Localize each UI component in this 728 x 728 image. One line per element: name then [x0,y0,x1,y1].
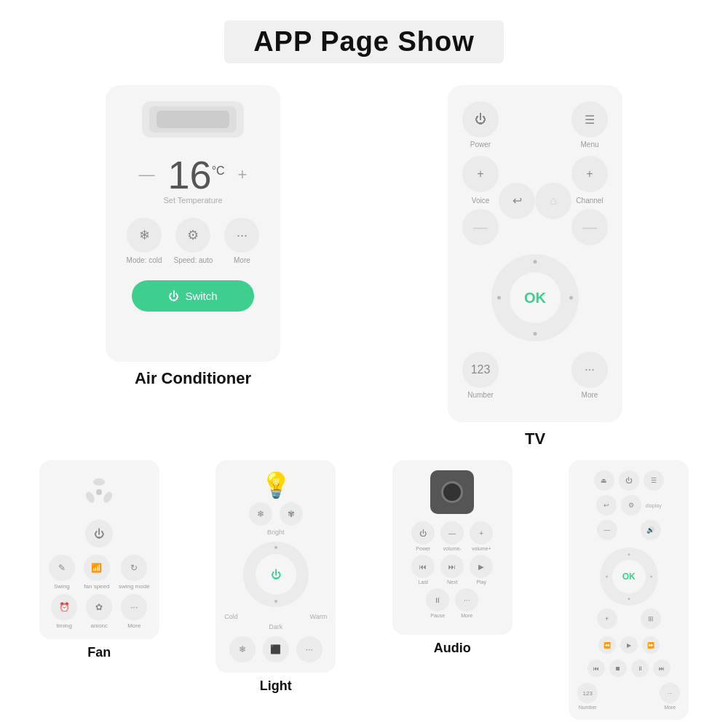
tv-dot-right [569,296,573,300]
dvd-play-btn[interactable]: ▶ [620,636,638,654]
dvd-ff-btn[interactable]: ⏩ [642,636,660,654]
tv-menu-btn[interactable]: ☰ Menu [571,101,608,149]
fan-more-btn[interactable]: ··· More [121,594,147,629]
tv-ok-dial[interactable]: OK [491,254,579,341]
dvd-more-icon: ··· [660,683,680,703]
audio-vol-minus-btn[interactable]: — volume- [440,521,464,551]
fan-section: ⏻ ✎ Swing 📶 fan speed ↻ swing mode ⏰ [11,456,188,728]
tv-channel-up-btn[interactable]: + [571,156,608,192]
light-dial[interactable]: ⏻ [243,542,309,607]
dvd-ok-dial[interactable]: OK [600,547,658,606]
audio-section: ⏻ Power — volume- + volume+ ⏮ Last [364,456,541,728]
dvd-prev-btn[interactable]: ⏮ [587,660,605,677]
page-header: APP Page Show [0,0,728,78]
dvd-ch-down-icon: ⊞ [641,609,661,629]
audio-more-icon: ··· [455,588,478,612]
audio-play-btn[interactable]: ▶ Play [470,555,493,585]
dvd-power-btn[interactable]: ⏻ [619,470,639,491]
tv-channel-minus-icon: — [571,209,608,245]
dvd-pause-btn[interactable]: ⏸ [631,660,649,677]
tv-voice-up-btn[interactable]: + [462,156,499,192]
ac-switch-button[interactable]: ⏻ Switch [132,280,253,312]
dvd-stop-btn[interactable]: ⏹ [609,660,627,677]
tv-number-btn[interactable]: 123 Number [462,352,499,399]
dvd-ch-up-btn[interactable]: + [597,609,617,629]
fan-power-btn[interactable]: ⏻ [85,520,113,547]
light-left-btn[interactable]: ❄ [249,502,272,526]
dvd-ch-down-btn[interactable]: ⊞ [641,609,661,629]
audio-power-label: Power [416,546,430,551]
tv-more-btn[interactable]: ··· More [571,352,608,399]
tv-voice-down-btn[interactable]: — [462,209,499,245]
tv-voice-plus-icon: + [462,156,499,192]
audio-more-btn[interactable]: ··· More [455,588,478,618]
dvd-back-btn[interactable]: ↩ [596,495,617,515]
ac-speed-btn[interactable]: ⚙ Speed: auto [173,218,213,264]
fan-swing-btn[interactable]: ✎ Swing [49,555,75,590]
fan-mode-btn[interactable]: ↻ swing mode [119,555,150,590]
svg-point-0 [96,489,102,495]
ac-temp-row: — 16°C + [139,155,248,194]
ac-controls: ❄ Mode: cold ⚙ Speed: auto ··· More [127,218,260,264]
tv-back-icon: ↩ [499,183,535,219]
ac-power-icon: ⏻ [168,290,179,302]
audio-power-btn[interactable]: ⏻ Power [411,521,435,551]
audio-row3: ⏸ Pause ··· More [426,588,478,618]
dvd-bottom-row: 123 Number ··· More [577,683,680,710]
dvd-dot-left [606,576,608,578]
dvd-number-btn[interactable]: 123 Number [577,683,598,710]
ac-plus-icon[interactable]: + [238,165,248,184]
light-dot-top [274,546,277,549]
fan-card: ⏻ ✎ Swing 📶 fan speed ↻ swing mode ⏰ [39,460,159,639]
tv-back-btn[interactable]: ↩ [499,183,535,219]
fan-anionc-btn[interactable]: ✿ anionc [86,594,112,629]
tv-voice-col: + Voice — [462,156,499,245]
dvd-back-icon: ↩ [596,495,617,515]
audio-vol-plus-label: volume+ [472,546,491,551]
tv-channel-down-btn[interactable]: — [571,209,608,245]
ac-label: Air Conditioner [135,369,251,388]
tv-dot-left [497,296,501,300]
fan-timing-btn[interactable]: ⏰ timing [51,594,77,629]
tv-ok-inner: OK [510,272,561,323]
dvd-setup-icon: ⚙ [621,495,641,515]
dvd-setup-btn[interactable]: ⚙ [621,495,641,515]
dvd-vol-minus-btn[interactable]: — [597,520,617,540]
dvd-next-btn[interactable]: ⏭ [653,660,670,677]
fan-more-label: More [127,622,141,629]
tv-power-btn[interactable]: ⏻ Power [462,101,499,149]
dvd-eject-icon: ⏏ [594,470,614,491]
light-btn2[interactable]: ⬛ [263,636,289,662]
dvd-eject-btn[interactable]: ⏏ [594,470,614,491]
tv-home-icon: ⌂ [535,183,571,219]
audio-next-btn[interactable]: ⏭ Next [440,555,464,585]
audio-last-btn[interactable]: ⏮ Last [411,555,435,585]
fan-speed-btn[interactable]: 📶 fan speed [84,555,110,590]
ac-mode-btn[interactable]: ❄ Mode: cold [127,218,162,264]
tv-mid-row: + Voice — ↩ ⌂ + Channel [462,156,608,245]
tv-power-label: Power [470,141,491,149]
tv-dot-top [534,260,537,264]
dvd-ch-row: + ⊞ [597,609,661,629]
ac-mode-label: Mode: cold [127,256,162,264]
fan-swing-icon: ✎ [49,555,75,581]
ac-minus-icon[interactable]: — [139,165,155,184]
audio-vol-plus-btn[interactable]: + volume+ [470,521,493,551]
dvd-more-btn[interactable]: ··· More [660,683,680,710]
tv-home-btn[interactable]: ⌂ [535,183,571,219]
light-top-controls: ❄ ✾ [249,502,303,526]
ac-more-btn[interactable]: ··· More [224,218,259,264]
dvd-menu-btn[interactable]: ☰ [644,470,664,491]
dvd-rew-btn[interactable]: ⏪ [598,636,616,654]
light-more-btn[interactable]: ··· [296,636,323,662]
audio-vol-plus-icon: + [470,521,493,545]
light-right-btn[interactable]: ✾ [280,502,303,526]
tv-more-label: More [582,391,598,399]
light-btn1[interactable]: ❄ [229,636,256,662]
dvd-ok-text: OK [612,560,646,593]
tv-channel-label: Channel [576,197,603,205]
dvd-vol-plus-btn[interactable]: 🔊 [641,520,661,540]
tv-number-icon: 123 [462,352,499,388]
dvd-display-label: display [646,503,662,508]
audio-pause-btn[interactable]: ⏸ Pause [426,588,449,618]
